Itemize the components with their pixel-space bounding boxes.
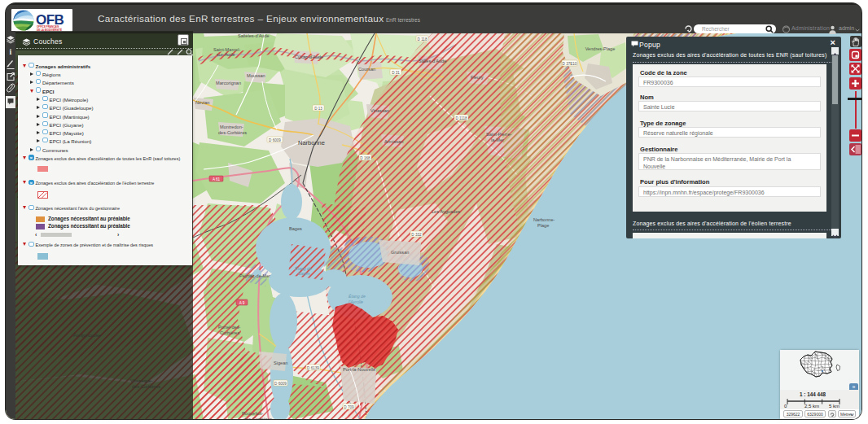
svg-text:i: i xyxy=(10,47,12,56)
svg-text:des-Corbières: des-Corbières xyxy=(243,417,272,419)
svg-text:Marcorignan: Marcorignan xyxy=(216,81,241,85)
svg-text:Moussan: Moussan xyxy=(247,73,265,78)
svg-text:Narbonne: Narbonne xyxy=(298,139,325,146)
svg-text:Coursan: Coursan xyxy=(358,67,375,72)
svg-text:A 9: A 9 xyxy=(239,301,245,305)
svg-text:Vinassan: Vinassan xyxy=(370,108,389,113)
svg-text:D 1118: D 1118 xyxy=(455,116,467,120)
svg-text:Salles-d'Aude: Salles-d'Aude xyxy=(419,59,446,63)
svg-text:D 118: D 118 xyxy=(418,37,427,42)
svg-text:D 168: D 168 xyxy=(360,156,370,160)
svg-text:D 31: D 31 xyxy=(392,71,400,75)
svg-text:Bages: Bages xyxy=(289,226,302,231)
svg-text:D 13: D 13 xyxy=(314,107,322,111)
svg-text:Saint-Pierre-: Saint-Pierre- xyxy=(486,132,512,137)
svg-text:Fleury: Fleury xyxy=(471,75,484,80)
svg-text:D 6139: D 6139 xyxy=(307,366,319,370)
svg-text:Port-la-Nouvelle: Port-la-Nouvelle xyxy=(343,367,375,372)
svg-text:Vendres-Plage: Vendres-Plage xyxy=(585,46,616,51)
svg-text:Peyriac-de-Mer: Peyriac-de-Mer xyxy=(239,273,270,278)
svg-text:D 37E10: D 37E10 xyxy=(563,62,577,66)
svg-text:Corbières: Corbières xyxy=(220,330,239,335)
svg-text:Plage: Plage xyxy=(537,223,549,228)
svg-text:Cuxac-d'Aude: Cuxac-d'Aude xyxy=(295,55,323,59)
svg-text:Montredon-: Montredon- xyxy=(220,125,243,129)
svg-text:A 61: A 61 xyxy=(213,177,221,181)
svg-text:Roquefort-: Roquefort- xyxy=(242,411,264,416)
svg-text:D 6009: D 6009 xyxy=(269,138,281,142)
svg-text:D 6009: D 6009 xyxy=(274,382,287,386)
svg-text:Névian: Névian xyxy=(195,100,209,105)
svg-text:des-Corbières: des-Corbières xyxy=(218,130,247,135)
svg-text:Gruissan: Gruissan xyxy=(391,250,409,255)
svg-text:Bages: Bages xyxy=(298,271,310,276)
svg-text:Narbonne-: Narbonne- xyxy=(533,217,555,222)
svg-text:D 709: D 709 xyxy=(344,405,354,409)
svg-text:l'Ayrolle: l'Ayrolle xyxy=(349,299,363,304)
svg-text:Sallèles-d'Aude: Sallèles-d'Aude xyxy=(238,33,270,38)
svg-text:D 332: D 332 xyxy=(411,233,422,237)
svg-text:sur-Aude: sur-Aude xyxy=(217,52,235,57)
svg-text:Étang de: Étang de xyxy=(349,294,366,299)
svg-text:Les Ayguades: Les Ayguades xyxy=(432,209,460,214)
svg-text:Sigean: Sigean xyxy=(274,361,287,365)
svg-text:Armissan: Armissan xyxy=(384,139,403,144)
svg-text:Portel-des-: Portel-des- xyxy=(218,325,240,330)
svg-text:la-Mer: la-Mer xyxy=(491,138,504,142)
